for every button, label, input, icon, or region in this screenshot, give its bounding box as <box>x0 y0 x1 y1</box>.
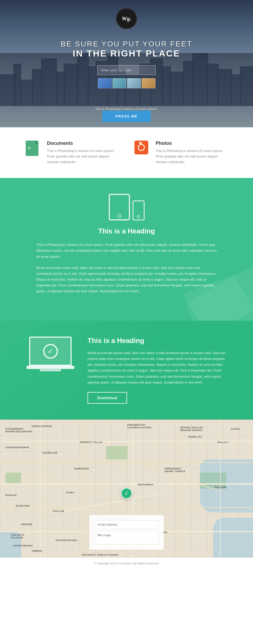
map-pin: ✓ <box>121 488 132 499</box>
document-icon: ≡ <box>26 141 38 156</box>
map-pin-check-icon: ✓ <box>124 490 129 497</box>
map-label-11: NANGAD <box>5 494 17 497</box>
photos-description: This is Photoshop's version of Lorem Ips… <box>156 148 227 165</box>
tagline-line1: BE SURE YOU PUT YOUR FEET <box>61 40 193 48</box>
map-road-v1 <box>40 420 41 558</box>
green-section-1: This is a Heading This is Photoshop's ve… <box>0 178 253 321</box>
thumb-1 <box>98 78 112 88</box>
contact-email-input[interactable] <box>95 520 158 529</box>
camera-icon <box>134 141 148 154</box>
map-label-19: TKM BoysCollege <box>11 534 24 539</box>
thumb-3 <box>127 78 141 88</box>
green-heading-1: This is a Heading <box>27 227 226 235</box>
thumb-4 <box>142 78 155 88</box>
zip-search-container <box>97 65 156 75</box>
map-label-3: PerumputhaCashew Factory <box>127 424 152 429</box>
phone-icon <box>133 201 145 220</box>
tagline-line2: IN THE RIGHT PLACE <box>61 48 193 59</box>
map-label-14: Kuma <box>66 491 74 494</box>
map-label-24: Kanniamkara <box>13 544 33 547</box>
photos-text: Photos This is Photoshop's version of Lo… <box>156 141 227 165</box>
map-road-h2 <box>0 462 253 463</box>
logo-text: Wg. <box>122 15 131 22</box>
features-section: ≡ Documents This is Photoshop's version … <box>0 127 253 178</box>
map-label-8: Serenity Villas <box>80 441 103 443</box>
section2-content: This is a Heading Morbi accumsan ipsum v… <box>88 337 226 404</box>
map-road-v4 <box>180 420 181 558</box>
check-circle: ✓ <box>43 344 58 359</box>
green-para-2: Morbi accumsan lorem velit. Nam nec tell… <box>36 265 217 294</box>
thumbnail-strip <box>98 78 155 88</box>
photos-icon-container <box>134 141 150 159</box>
map-section: GovernmentHigher Secondary KERALAPURAM P… <box>0 420 253 558</box>
documents-text: Documents This is Photoshop's version of… <box>47 141 119 165</box>
feature-documents: ≡ Documents This is Photoshop's version … <box>26 141 119 165</box>
map-label-4: Bethel EnglishMedium School <box>180 426 203 432</box>
check-laptop-icon: ✓ <box>27 337 74 371</box>
map-label-2: KERALAPURAM <box>32 425 52 428</box>
map-label-1: GovernmentHigher Secondary <box>5 428 33 433</box>
documents-icon-container: ≡ <box>26 141 42 159</box>
map-label-13: PEROOR <box>21 523 32 526</box>
download-button[interactable]: Download <box>88 392 127 404</box>
press-me-container: PRESS ME <box>102 111 151 122</box>
hero-section: Wg. BE SURE YOU PUT YOUR FEET IN THE RIG… <box>0 0 253 127</box>
tablet-icon <box>109 194 130 220</box>
documents-title: Documents <box>47 141 119 146</box>
contact-form <box>89 515 164 550</box>
laptop-base <box>27 366 74 369</box>
documents-description: This is Photoshop's version of Lorem Ips… <box>47 148 119 165</box>
map-road-diag-2 <box>53 494 158 513</box>
hero-tagline: BE SURE YOU PUT YOUR FEET IN THE RIGHT P… <box>61 40 193 59</box>
thumb-2 <box>112 78 126 88</box>
map-green-2 <box>106 446 127 459</box>
map-label-16: NEDUPMINA <box>138 483 154 486</box>
map-water-2 <box>213 518 253 558</box>
press-me-button[interactable]: PRESS ME <box>102 111 151 122</box>
device-icons <box>27 194 226 220</box>
map-road-h3 <box>0 483 253 485</box>
footer: © Copyright 2013 Css Author. All Rights … <box>0 558 253 569</box>
map-label-15: MAMPUZHA <box>74 467 89 470</box>
map-label-17: PALLIUM <box>215 486 226 489</box>
feature-photos: Photos This is Photoshop's version of Lo… <box>134 141 227 165</box>
map-label-5: ALMAU <box>231 428 240 430</box>
map-label-22: Kottarakkara <box>56 539 77 542</box>
map-label-25: AMMOM <box>32 550 42 552</box>
map-background: GovernmentHigher Secondary KERALAPURAM P… <box>0 420 253 558</box>
map-pin-circle: ✓ <box>121 488 132 499</box>
map-label-26: Rotaract Public School <box>82 554 119 556</box>
laptop-stand <box>40 369 61 371</box>
doc-lines-icon: ≡ <box>28 145 31 151</box>
map-label-20: Kollam <box>53 510 64 512</box>
green-section2-text: Morbi accumsan ipsum velit. Nam nec tell… <box>88 350 226 385</box>
zip-search-input[interactable] <box>97 65 156 75</box>
green-section-2: ✓ This is a Heading Morbi accumsan ipsum… <box>0 321 253 420</box>
camera-lens <box>138 144 145 151</box>
photos-title: Photos <box>156 141 227 146</box>
map-label-10: NALLILA <box>217 441 229 443</box>
laptop-screen: ✓ <box>29 337 72 366</box>
green-heading-2: This is a Heading <box>88 337 226 345</box>
map-label-9: KUNDA RA <box>188 436 202 438</box>
map-label-12: RANICODE <box>16 504 30 507</box>
footer-text: © Copyright 2013 Css Author. All Rights … <box>4 562 249 565</box>
map-label-18: SreekrishaSwamy Temple <box>164 467 185 473</box>
check-mark-icon: ✓ <box>47 348 53 355</box>
map-label-7: KILIMILLUR <box>42 451 57 454</box>
green-para-1: This is Photoshop's version of Lorem Ips… <box>36 242 217 259</box>
contact-message-input[interactable] <box>95 531 158 544</box>
map-green-1 <box>5 473 21 483</box>
site-logo: Wg. <box>116 8 137 29</box>
map-road-h4 <box>0 507 253 508</box>
map-road-v5 <box>220 420 221 558</box>
map-label-6: Chandanahoppe <box>5 446 29 449</box>
map-road-h1 <box>0 441 253 442</box>
